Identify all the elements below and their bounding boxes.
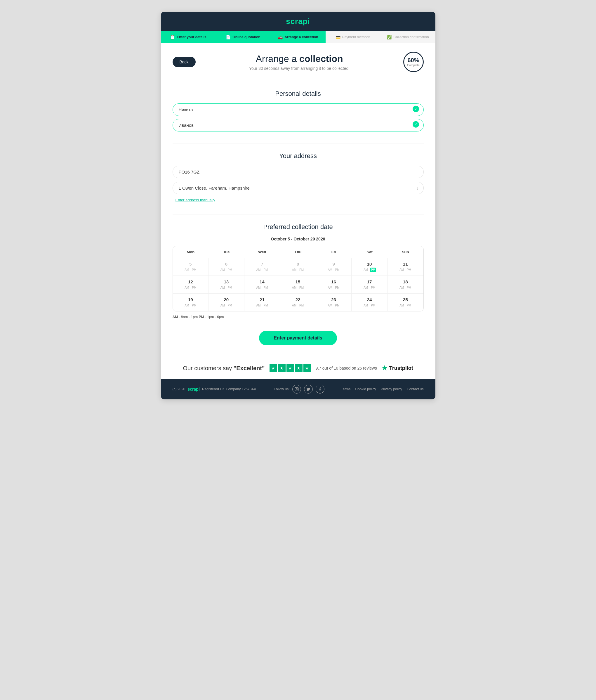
personal-details-title: Personal details xyxy=(173,90,424,98)
slot-23-am[interactable]: AM xyxy=(327,303,333,308)
slot-9-pm[interactable]: PM xyxy=(334,268,340,272)
slot-24-am[interactable]: AM xyxy=(363,303,369,308)
slot-11-pm[interactable]: PM xyxy=(406,268,412,272)
slot-25-pm[interactable]: PM xyxy=(406,303,412,308)
footer-link-terms[interactable]: Terms xyxy=(341,387,351,391)
footer-link-privacy[interactable]: Privacy policy xyxy=(381,387,402,391)
step-collection-confirmation[interactable]: ✅ Collection confirmation xyxy=(381,31,435,43)
slot-10-am[interactable]: AM xyxy=(363,268,369,272)
star-5: ★ xyxy=(303,364,311,372)
cal-cell-11: 11AMPM xyxy=(388,258,423,275)
cal-cell-9: 9AMPM xyxy=(316,258,352,275)
cal-cell-6: 6AMPM xyxy=(208,258,244,275)
trustpilot-logo: ★ Trustpilot xyxy=(382,364,413,372)
cal-cell-20: 20AMPM xyxy=(208,294,244,311)
progress-percent: 60% xyxy=(407,57,419,64)
slot-20-pm[interactable]: PM xyxy=(227,303,233,308)
cal-day-wed: Wed xyxy=(244,246,280,258)
slot-23-pm[interactable]: PM xyxy=(334,303,340,308)
address-select[interactable]: 1 Owen Close, Fareham, Hampshire xyxy=(173,182,424,194)
slot-20-am[interactable]: AM xyxy=(219,303,226,308)
postcode-input[interactable] xyxy=(173,166,424,178)
slot-25-am[interactable]: AM xyxy=(398,303,405,308)
instagram-icon[interactable] xyxy=(292,385,301,394)
slot-24-pm[interactable]: PM xyxy=(370,303,376,308)
slot-12-pm[interactable]: PM xyxy=(191,285,197,290)
slot-8-am[interactable]: AM xyxy=(291,268,297,272)
step-icon-enter-details: 📋 xyxy=(170,35,175,40)
slot-11-am[interactable]: AM xyxy=(398,268,405,272)
slot-16-am[interactable]: AM xyxy=(327,285,333,290)
facebook-icon[interactable] xyxy=(316,385,325,394)
slot-17-am[interactable]: AM xyxy=(363,285,369,290)
last-name-input[interactable] xyxy=(173,119,424,131)
slot-18-pm[interactable]: PM xyxy=(406,285,412,290)
slot-13-pm[interactable]: PM xyxy=(227,285,233,290)
page-subtitle: Your 30 seconds away from arranging it t… xyxy=(196,66,403,71)
slot-15-am[interactable]: AM xyxy=(291,285,297,290)
page-title-bold: collection xyxy=(299,53,343,64)
slot-22-pm[interactable]: PM xyxy=(299,303,305,308)
slot-14-am[interactable]: AM xyxy=(255,285,261,290)
trust-rating: 9.7 out of 10 based on 26 reviews xyxy=(316,366,377,371)
twitter-icon[interactable] xyxy=(304,385,313,394)
step-enter-details[interactable]: 📋 Enter your details xyxy=(161,31,216,43)
calendar-week-1: 5AMPM 6AMPM 7AMPM 8AMPM 9AMPM 10AMPM 11A… xyxy=(173,258,423,276)
slot-21-am[interactable]: AM xyxy=(255,303,261,308)
slot-7-pm[interactable]: PM xyxy=(262,268,269,272)
trust-text: Our customers say "Excellent" xyxy=(183,365,264,372)
cal-cell-13: 13AMPM xyxy=(208,276,244,293)
slot-21-pm[interactable]: PM xyxy=(262,303,269,308)
slot-7-am[interactable]: AM xyxy=(255,268,261,272)
title-area: Back Arrange a collection Your 30 second… xyxy=(173,52,424,72)
enter-manually-link[interactable]: Enter address manually xyxy=(176,198,215,202)
cal-cell-12: 12AMPM xyxy=(173,276,209,293)
cal-cell-19: 19AMPM xyxy=(173,294,209,311)
slot-6-pm[interactable]: PM xyxy=(227,268,233,272)
slot-19-pm[interactable]: PM xyxy=(191,303,197,308)
trustpilot-text: Trustpilot xyxy=(389,365,413,371)
calendar-table: Mon Tue Wed Thu Fri Sat Sun 5AMPM 6AMPM … xyxy=(173,246,424,311)
slot-17-pm[interactable]: PM xyxy=(370,285,376,290)
slot-9-am[interactable]: AM xyxy=(327,268,333,272)
step-payment-methods[interactable]: 💳 Payment methods xyxy=(326,31,381,43)
progress-steps: 📋 Enter your details 📄 Online quotation … xyxy=(161,31,435,43)
slot-5-am[interactable]: AM xyxy=(184,268,190,272)
address-title: Your address xyxy=(173,152,424,160)
slot-10-pm[interactable]: PM xyxy=(370,268,376,272)
page-title-normal: Arrange a xyxy=(256,53,299,64)
trust-stars: ★ ★ ★ ★ ★ xyxy=(269,364,311,372)
footer-copyright: (c) 2020 xyxy=(173,387,185,391)
first-name-input[interactable] xyxy=(173,103,424,116)
star-4: ★ xyxy=(295,364,303,372)
slot-19-am[interactable]: AM xyxy=(184,303,190,308)
footer-logo: scrapi xyxy=(188,387,200,392)
step-arrange-collection[interactable]: 🚗 Arrange a collection xyxy=(271,31,326,43)
footer-registered: Registered UK Company 12570440 xyxy=(202,387,257,391)
calendar-section: Preferred collection date October 5 - Oc… xyxy=(173,214,424,319)
star-1: ★ xyxy=(269,364,277,372)
cal-cell-24: 24AMPM xyxy=(352,294,388,311)
calendar-legend: AM - 8am - 1pm PM - 1pm - 6pm xyxy=(173,315,424,319)
slot-18-am[interactable]: AM xyxy=(398,285,405,290)
cal-cell-8: 8AMPM xyxy=(280,258,316,275)
slot-12-am[interactable]: AM xyxy=(184,285,190,290)
step-online-quotation[interactable]: 📄 Online quotation xyxy=(216,31,271,43)
footer-link-contact[interactable]: Contact us xyxy=(407,387,423,391)
slot-13-am[interactable]: AM xyxy=(219,285,226,290)
cal-cell-7: 7AMPM xyxy=(244,258,280,275)
enter-payment-button[interactable]: Enter payment details xyxy=(259,331,337,345)
slot-15-pm[interactable]: PM xyxy=(299,285,305,290)
slot-16-pm[interactable]: PM xyxy=(334,285,340,290)
slot-8-pm[interactable]: PM xyxy=(299,268,305,272)
cal-day-sun: Sun xyxy=(388,246,423,258)
back-button[interactable]: Back xyxy=(173,57,196,67)
step-icon-collection: 🚗 xyxy=(278,35,283,40)
slot-6-am[interactable]: AM xyxy=(219,268,226,272)
slot-5-pm[interactable]: PM xyxy=(191,268,197,272)
slot-14-pm[interactable]: PM xyxy=(262,285,269,290)
calendar-range: October 5 - October 29 2020 xyxy=(173,236,424,241)
footer-links: Terms Cookie policy Privacy policy Conta… xyxy=(341,387,424,391)
footer-link-cookie[interactable]: Cookie policy xyxy=(355,387,376,391)
slot-22-am[interactable]: AM xyxy=(291,303,297,308)
